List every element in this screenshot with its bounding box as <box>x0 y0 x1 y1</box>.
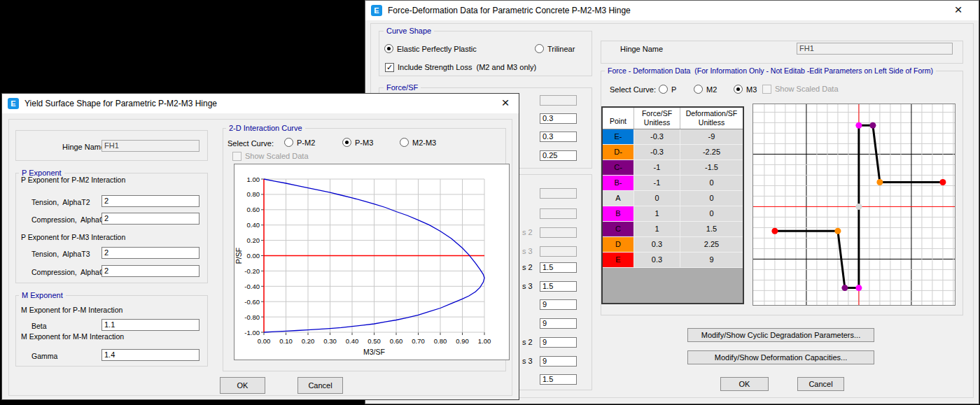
parameter-input[interactable]: 9 <box>540 318 577 329</box>
point-label-cell: E- <box>603 129 634 144</box>
svg-text:P/SF: P/SF <box>234 248 243 264</box>
value-cell: -2.25 <box>680 145 743 159</box>
close-icon[interactable]: × <box>495 94 516 113</box>
hinge-point-D <box>876 179 883 185</box>
table-row: D0.32.25 <box>603 237 743 253</box>
parameter-input[interactable]: 9 <box>540 299 577 310</box>
radio-label: P <box>671 85 676 94</box>
parameter-input[interactable]: 1.5 <box>540 262 577 273</box>
point-label-cell: B- <box>603 176 634 190</box>
titlebar[interactable]: E Yield Surface Shape for Parametric P-M… <box>2 94 519 113</box>
hinge-point-E <box>939 179 946 185</box>
force-sf-caption: Force/SF <box>384 83 421 92</box>
cancel-button[interactable]: Cancel <box>298 377 343 394</box>
table-row: B10 <box>603 206 743 222</box>
parameter-input-disabled <box>540 188 577 199</box>
value-cell: -0.3 <box>634 129 680 144</box>
parameter-input[interactable]: 2 <box>102 213 200 225</box>
parameter-input-disabled <box>540 95 577 106</box>
value-cell: 1.5 <box>680 222 743 236</box>
p-exponent-caption: P Exponent <box>19 169 64 177</box>
value-cell: -9 <box>680 129 743 144</box>
checkbox-label: Include Strength Loss (M2 and M3 only) <box>398 63 536 71</box>
checkbox-icon: ✓ <box>385 63 394 72</box>
parameter-input[interactable]: 1.5 <box>540 281 577 292</box>
show-scaled-data-checkbox: ✓ Show Scaled Data <box>762 85 839 94</box>
modify-deformation-capacities-button[interactable]: Modify/Show Deformation Capacities... <box>687 350 874 364</box>
radio-label: M2 <box>706 85 717 94</box>
interaction-curve-svg: 0.000.100.200.300.400.500.600.700.800.90… <box>234 164 509 360</box>
parameter-input[interactable]: 9 <box>540 337 577 348</box>
radio-trilinear[interactable]: Trilinear <box>535 44 575 53</box>
ok-button[interactable]: OK <box>720 377 769 391</box>
field-fragment-label: s 2 <box>522 338 538 346</box>
point-label-cell: A <box>603 191 634 206</box>
hinge-point-B- <box>855 285 862 291</box>
table-row: C11.5 <box>603 222 743 237</box>
table-row: C--1-1.5 <box>603 160 743 176</box>
checkbox-label: Show Scaled Data <box>775 85 839 93</box>
field-fragment-label: s 3 <box>522 247 538 255</box>
dialog-title: Yield Surface Shape for Parametric P-M2-… <box>24 94 217 113</box>
radio-label: M3 <box>746 85 757 94</box>
modify-cyclic-degradation-button[interactable]: Modify/Show Cyclic Degradation Parameter… <box>687 328 874 342</box>
parameter-input[interactable]: 9 <box>540 356 577 367</box>
radio-curve-pm2[interactable]: P-M2 <box>284 138 315 147</box>
radio-curve-p[interactable]: P <box>659 85 676 94</box>
force-deformation-plot <box>752 104 955 306</box>
radio-label: Trilinear <box>547 45 575 53</box>
parameter-input-disabled <box>540 246 577 257</box>
value-cell: 2.25 <box>680 237 743 252</box>
parameter-input[interactable]: 0.3 <box>540 132 577 142</box>
titlebar[interactable]: E Force-Deformation Data for Parametric … <box>365 1 979 20</box>
radio-curve-m2[interactable]: M2 <box>694 85 717 94</box>
table-row: E--0.3-9 <box>603 129 743 145</box>
svg-text:0.50: 0.50 <box>368 337 381 345</box>
radio-dot-icon <box>384 44 393 53</box>
parameter-label: Gamma <box>31 352 57 360</box>
point-label-cell: D- <box>603 145 634 159</box>
value-cell: 1 <box>634 222 680 236</box>
radio-dot-icon <box>284 138 293 147</box>
parameter-input[interactable]: 0.25 <box>540 150 577 161</box>
radio-curve-pm3[interactable]: P-M3 <box>342 138 373 147</box>
svg-text:0.20: 0.20 <box>302 337 315 345</box>
parameter-input[interactable]: 2 <box>102 195 200 207</box>
close-icon[interactable]: × <box>948 1 969 20</box>
parameter-input[interactable]: 0.3 <box>540 113 577 124</box>
svg-text:0.80: 0.80 <box>434 337 447 345</box>
svg-text:0.10: 0.10 <box>279 337 293 345</box>
hinge-point-B <box>855 122 862 129</box>
parameter-input[interactable]: 2 <box>102 265 200 277</box>
hinge-point-C- <box>841 285 848 291</box>
ok-button[interactable]: OK <box>220 377 265 394</box>
force-deformation-data-caption: Force - Deformation Data (For Informatio… <box>605 66 936 75</box>
table-header-cell: Force/SFUnitless <box>634 108 680 129</box>
svg-text:-0.60: -0.60 <box>244 298 260 306</box>
field-fragment-label: s 2 <box>522 263 538 271</box>
include-strength-loss-checkbox[interactable]: ✓ Include Strength Loss (M2 and M3 only) <box>385 63 536 72</box>
radio-curve-m2m3[interactable]: M2-M3 <box>400 138 436 147</box>
checkbox-icon: ✓ <box>232 152 241 161</box>
value-cell: 0 <box>634 191 680 206</box>
section-heading: P Exponent for P-M3 Interaction <box>21 233 125 241</box>
radio-label: P-M3 <box>355 138 373 147</box>
parameter-label: Compression, AlphaC3 <box>31 268 108 276</box>
select-curve-label: Select Curve: <box>227 139 274 148</box>
svg-text:0.90: 0.90 <box>456 337 469 345</box>
dialog-title: Force-Deformation Data for Parametric Co… <box>388 1 631 20</box>
hinge-name-label: Hinge Name <box>620 45 663 53</box>
parameter-input[interactable]: 1.5 <box>540 374 577 385</box>
hinge-point-E- <box>771 228 778 234</box>
table-row: D--0.3-2.25 <box>603 145 743 160</box>
radio-curve-m3[interactable]: M3 <box>734 85 757 94</box>
radio-dot-icon <box>400 138 409 147</box>
field-fragment-label: s 3 <box>522 357 538 365</box>
field-fragment-label: s 2 <box>522 228 538 236</box>
parameter-input[interactable]: 1.1 <box>102 319 200 331</box>
cancel-button[interactable]: Cancel <box>797 377 844 391</box>
radio-elastic-perfectly-plastic[interactable]: Elastic Perfectly Plastic <box>384 44 477 53</box>
parameter-input[interactable]: 2 <box>102 247 200 259</box>
parameter-input[interactable]: 1.4 <box>102 349 200 361</box>
value-cell: 0.3 <box>634 237 680 252</box>
